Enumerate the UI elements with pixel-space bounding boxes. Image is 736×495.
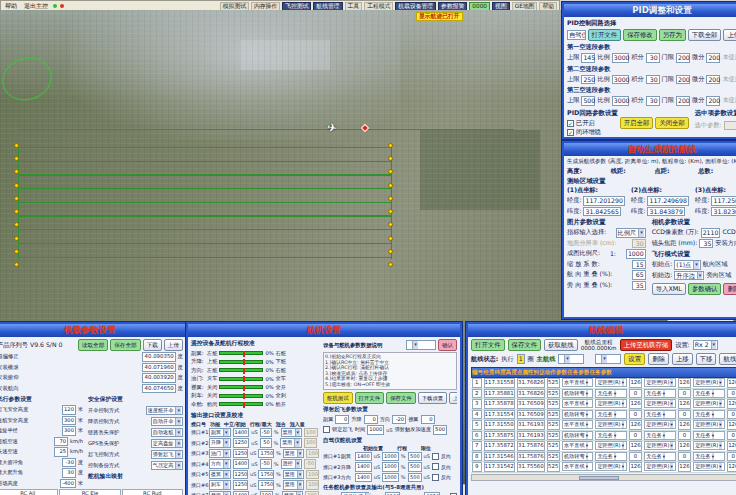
route-type-select[interactable]: [558, 354, 584, 364]
window-title[interactable]: PID调整和设置: [564, 4, 736, 17]
wp-action1-select[interactable]: 无任务: [595, 410, 626, 419]
open-file-button[interactable]: 打开文件: [588, 29, 622, 41]
port-func-select[interactable]: 襟翼: [209, 470, 231, 480]
save-as-button[interactable]: 另存为: [659, 29, 686, 41]
port-max-field[interactable]: -50: [260, 459, 272, 469]
wp-alt-field[interactable]: 525: [547, 410, 560, 420]
move-up-button[interactable]: 上移: [672, 353, 693, 365]
port-mix-select[interactable]: 禁用: [282, 491, 304, 495]
mode-select[interactable]: 速度舵开伞: [146, 406, 183, 416]
wp-attr-select[interactable]: 机动转弯: [562, 452, 593, 461]
param-field[interactable]: -400: [60, 479, 76, 489]
wp-attr-select[interactable]: 水平直线: [562, 399, 593, 408]
port-mix-select[interactable]: 禁用: [283, 480, 305, 490]
wp-lon-field[interactable]: 117.315463: [484, 452, 515, 462]
wp-lat-field[interactable]: 31.768260: [517, 389, 545, 399]
cal-value-field[interactable]: 40.071960: [142, 363, 176, 373]
disable-all-button[interactable]: 关闭全部: [655, 117, 689, 129]
upload-button[interactable]: 上传: [164, 339, 183, 351]
wp-param1-field[interactable]: 0: [629, 410, 642, 420]
param-field[interactable]: 25: [54, 447, 68, 457]
storage-slot-select[interactable]: Rx 2: [693, 340, 718, 350]
pid-p-field[interactable]: 3000: [612, 96, 629, 106]
pid-upper-field[interactable]: 500: [581, 96, 595, 106]
wp-lat-field[interactable]: 31.768262: [517, 378, 545, 388]
mode-select[interactable]: 自动返航: [151, 428, 183, 438]
wp-param3-field[interactable]: 0: [727, 389, 736, 399]
wp-lon-field[interactable]: 117.358722: [484, 441, 515, 451]
corner-lon-field[interactable]: 117.249698: [647, 196, 688, 206]
wp-lat-field[interactable]: 31.758767: [517, 452, 545, 462]
waypoint-row[interactable]: 7 117.358722 31.758765 525 水平直线 定距照(R) 1…: [471, 441, 736, 452]
wp-action1-select[interactable]: 定距照(R): [595, 399, 626, 408]
mode-select[interactable]: 弹射起飞: [151, 450, 183, 460]
wp-action1-select[interactable]: 无任务: [595, 452, 626, 461]
mode-select[interactable]: 定高盘旋: [151, 439, 183, 449]
port-mix-select[interactable]: 禁用: [280, 438, 302, 448]
window-title[interactable]: 航线编辑: [468, 324, 736, 337]
pid-upper-field[interactable]: 145: [581, 53, 595, 63]
wp-attr-select[interactable]: 机动转弯: [562, 431, 593, 440]
save-file-button[interactable]: 保存文件: [386, 392, 416, 404]
wp-action2-select[interactable]: 定距照(R): [644, 420, 675, 429]
servo-limit-field[interactable]: 500: [408, 462, 422, 472]
port-mix-select[interactable]: 禁用: [283, 470, 305, 480]
port-mid-field[interactable]: 1400: [233, 491, 250, 495]
upload-all-button[interactable]: 上传全部: [723, 29, 736, 41]
wp-action2-select[interactable]: 无任务: [644, 452, 675, 461]
port-mid-field[interactable]: 1250: [233, 449, 249, 459]
download-all-button[interactable]: 下载全部: [688, 29, 722, 41]
wp-lon-field[interactable]: 117.315422: [484, 462, 515, 472]
mode-select[interactable]: 气压定高: [151, 461, 183, 471]
port-max-field[interactable]: 50: [260, 438, 272, 448]
pid-d-field[interactable]: 200: [706, 53, 720, 63]
servo-test-button[interactable]: 舵机测试: [323, 392, 353, 404]
start-edge-select[interactable]: 升序边: [674, 271, 704, 281]
waypoint-select[interactable]: [595, 354, 621, 364]
wp-param1-field[interactable]: 126: [629, 441, 642, 451]
port-func-select[interactable]: 副翼: [209, 428, 231, 438]
wp-lat-field[interactable]: 31.765097: [517, 410, 545, 420]
wp-alt-field[interactable]: 525: [547, 441, 560, 451]
read-all-button[interactable]: 读取全部: [78, 339, 108, 351]
stab-checkbox[interactable]: [567, 129, 574, 136]
waypoint-row[interactable]: 6 117.358752 31.761930 525 机动转弯 无任务 0 无任…: [471, 431, 736, 442]
port-mix-select[interactable]: 混控: [281, 459, 303, 469]
wp-action2-select[interactable]: 无任务: [644, 431, 675, 440]
wp-param2-field[interactable]: 0: [678, 389, 691, 399]
pid-p-field[interactable]: 3000: [612, 53, 629, 63]
wp-param3-field[interactable]: 126: [727, 441, 736, 451]
wp-lon-field[interactable]: 117.358782: [484, 399, 515, 409]
wp-param3-field[interactable]: 126: [727, 378, 736, 388]
servo-map-cell[interactable]: RC Rud: [122, 489, 183, 495]
cal-value-field[interactable]: 40.090350: [142, 352, 176, 362]
wp-lon-field[interactable]: 117.358812: [484, 389, 515, 399]
launch-acc-field[interactable]: 500: [433, 425, 447, 435]
waypoint-row[interactable]: 2 117.358812 31.768260 525 机动转弯 无任务 0 无任…: [471, 389, 736, 400]
servo-range-field[interactable]: 1000: [382, 462, 399, 472]
wp-param3-field[interactable]: 126: [727, 462, 736, 472]
wp-param2-field[interactable]: 126: [678, 441, 691, 451]
servo-range-field[interactable]: 1000: [382, 473, 399, 483]
wp-action3-select[interactable]: 定距照(R): [693, 399, 724, 408]
port-mid-field[interactable]: 1250: [233, 470, 249, 480]
wp-param2-field[interactable]: 126: [678, 420, 691, 430]
open-file-button[interactable]: 打开文件: [471, 339, 505, 351]
waypoint-row[interactable]: 4 117.315547 31.765097 525 机动转弯 无任务 0 无任…: [471, 410, 736, 421]
cal-value-field[interactable]: 40.074650: [142, 384, 176, 394]
wp-action2-select[interactable]: 定距照(R): [644, 462, 675, 471]
pid-upper-field[interactable]: 250: [581, 75, 595, 85]
confirm-params-button[interactable]: 参数确认: [688, 283, 722, 295]
wp-param3-field[interactable]: 126: [727, 399, 736, 409]
port-func-select[interactable]: 升降: [209, 438, 231, 448]
map-scale-field[interactable]: 1000: [626, 249, 646, 259]
wp-alt-field[interactable]: 525: [547, 431, 560, 441]
wp-lat-field[interactable]: 31.761932: [517, 420, 545, 430]
port-max-field[interactable]: -50: [260, 428, 272, 438]
index-input-select[interactable]: 比例尺: [616, 228, 646, 238]
launch-lock-checkbox[interactable]: [323, 426, 330, 433]
save-changes-button[interactable]: 保存修改: [623, 29, 657, 41]
wp-param3-field[interactable]: 0: [727, 452, 736, 462]
port-max-field[interactable]: 1750: [258, 480, 274, 490]
servo-init-field[interactable]: 1400: [355, 473, 372, 483]
